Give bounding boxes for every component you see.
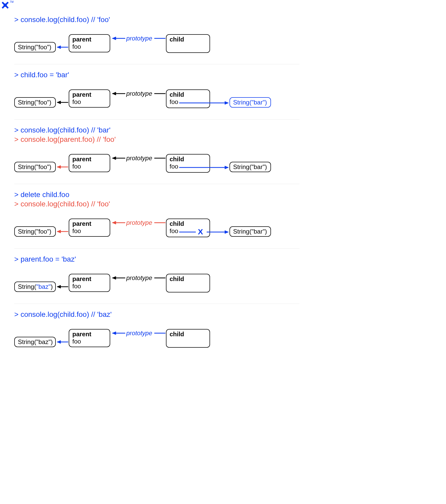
parent-object: parentfoo — [69, 274, 110, 292]
prototype-label: prototype — [126, 274, 152, 282]
parent-object: parentfoo — [69, 89, 110, 108]
parent-title: parent — [69, 155, 110, 163]
object-diagram: String("baz")parentfoochildprototype — [14, 324, 299, 352]
svg-marker-12 — [112, 92, 116, 95]
diagram-section: > console.log(child.foo) // 'baz'String(… — [14, 310, 299, 359]
child-title: child — [166, 330, 210, 338]
svg-marker-34 — [112, 276, 116, 279]
prototype-label: prototype — [126, 155, 152, 162]
svg-marker-21 — [57, 165, 61, 169]
child-object: child — [166, 329, 210, 348]
string-value-left: String("baz") — [14, 282, 56, 292]
child-title: child — [166, 274, 210, 283]
object-diagram: String("foo")parentfoochildprototype — [14, 29, 299, 58]
code-line: > parent.foo = 'baz' — [14, 255, 299, 263]
string-value-left: String("foo") — [14, 226, 56, 237]
prototype-label: prototype — [126, 219, 152, 226]
child-title: child — [166, 35, 210, 43]
string-value-right: String("bar") — [229, 97, 271, 108]
child-object: childfoo — [166, 219, 210, 237]
string-suffix: ) — [51, 283, 53, 290]
child-object: childfoo — [166, 154, 210, 173]
child-object: childfoo — [166, 89, 210, 108]
child-object: child — [166, 34, 210, 53]
object-diagram: String("foo")parentfoochildfooString("ba… — [14, 149, 299, 177]
parent-title: parent — [69, 219, 110, 227]
prototype-label: prototype — [126, 90, 152, 97]
code-line: > console.log(child.foo) // 'bar' — [14, 126, 299, 134]
svg-marker-14 — [57, 101, 61, 104]
code-line: > console.log(child.foo) // 'baz' — [14, 310, 299, 319]
svg-marker-28 — [57, 230, 61, 233]
code-line: > console.log(child.foo) // 'foo' — [14, 200, 299, 208]
svg-marker-39 — [112, 332, 116, 335]
deleted-x-icon: X — [198, 227, 203, 236]
child-prop-foo: foo — [166, 163, 210, 172]
string-inner: "baz" — [36, 283, 51, 290]
object-diagram: String("baz")parentfoochildprototype — [14, 269, 299, 297]
svg-marker-19 — [112, 157, 116, 160]
svg-marker-26 — [112, 221, 116, 224]
parent-title: parent — [69, 90, 110, 98]
code-line: > child.foo = 'bar' — [14, 71, 299, 79]
diagram-section: > delete child.foo> console.log(child.fo… — [14, 191, 299, 249]
svg-marker-41 — [57, 340, 61, 344]
parent-prop-foo: foo — [69, 338, 110, 347]
parent-title: parent — [69, 330, 110, 338]
child-title: child — [166, 219, 210, 227]
parent-prop-foo: foo — [69, 98, 110, 107]
parent-title: parent — [69, 274, 110, 283]
svg-marker-9 — [57, 46, 61, 49]
child-prop-foo: foo — [166, 227, 210, 236]
code-line: > delete child.foo — [14, 191, 299, 199]
svg-marker-36 — [57, 285, 61, 288]
parent-prop-foo: foo — [69, 43, 110, 52]
logo-icon — [0, 0, 10, 10]
parent-prop-foo: foo — [69, 283, 110, 291]
svg-marker-31 — [225, 230, 228, 234]
diagram-canvas: > console.log(child.foo) // 'foo'String(… — [14, 0, 299, 359]
child-prop-foo: foo — [166, 98, 210, 107]
string-prefix: String( — [18, 283, 36, 290]
diagram-section: > child.foo = 'bar'String("foo")parentfo… — [14, 71, 299, 120]
prototype-label: prototype — [126, 35, 152, 42]
code-line: > console.log(child.foo) // 'foo' — [14, 16, 299, 24]
parent-title: parent — [69, 35, 110, 43]
string-value-right: String("bar") — [229, 162, 271, 172]
child-object: child — [166, 274, 210, 292]
parent-object: parentfoo — [69, 154, 110, 172]
parent-object: parentfoo — [69, 329, 110, 347]
svg-marker-23 — [225, 166, 228, 169]
parent-prop-foo: foo — [69, 163, 110, 172]
svg-marker-7 — [112, 37, 116, 40]
parent-object: parentfoo — [69, 34, 110, 52]
string-value-left: String("baz") — [14, 337, 56, 347]
parent-object: parentfoo — [69, 219, 110, 237]
child-title: child — [166, 90, 210, 98]
string-value-left: String("foo") — [14, 162, 56, 172]
string-value-left: String("foo") — [14, 42, 56, 52]
svg-marker-16 — [225, 101, 228, 104]
diagram-section: > console.log(child.foo) // 'foo'String(… — [14, 16, 299, 64]
string-value-left: String("foo") — [14, 97, 56, 108]
parent-prop-foo: foo — [69, 227, 110, 236]
diagram-section: > console.log(child.foo) // 'bar'> conso… — [14, 126, 299, 184]
object-diagram: String("foo")parentfoochildfooString("ba… — [14, 213, 299, 242]
logo-tm: TM — [10, 1, 13, 3]
prototype-label: prototype — [126, 330, 152, 337]
string-value-right: String("bar") — [229, 226, 271, 237]
child-title: child — [166, 155, 210, 163]
code-line: > console.log(parent.foo) // 'foo' — [14, 135, 299, 144]
object-diagram: String("foo")parentfoochildfooString("ba… — [14, 84, 299, 113]
diagram-section: > parent.foo = 'baz'String("baz")parentf… — [14, 255, 299, 304]
